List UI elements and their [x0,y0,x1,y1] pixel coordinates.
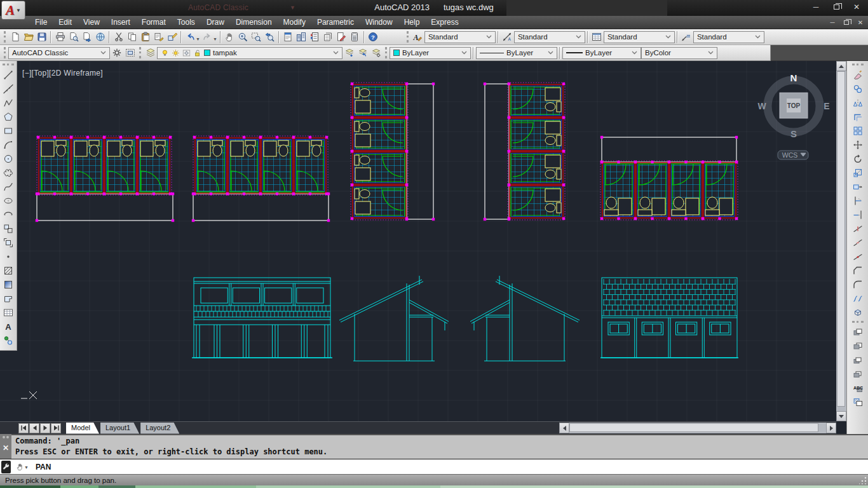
workspace-dropdown[interactable]: AutoCAD Classic [8,47,110,59]
tab-layout1[interactable]: Layout1 [100,423,139,434]
undo-button[interactable] [184,30,197,44]
table-style-dropdown[interactable]: Standard [604,31,675,43]
viewcube[interactable]: NWESTOP [757,72,829,139]
toolbar-grip[interactable] [4,31,6,43]
toolbar-grip[interactable] [852,321,864,323]
menu-draw[interactable]: Draw [201,16,230,29]
move-button[interactable] [851,138,865,152]
workspace-settings-button[interactable] [110,46,123,60]
last-tab-button[interactable] [51,423,61,433]
scroll-down-button[interactable] [836,411,846,421]
mdi-restore-button[interactable] [841,18,851,27]
stretch-button[interactable] [851,180,865,194]
layer-dropdown[interactable]: tampak [157,47,342,59]
multiline-text-button[interactable]: A [1,320,15,334]
insert-block-button[interactable] [1,222,15,236]
menu-dimension[interactable]: Dimension [230,16,278,29]
menu-edit[interactable]: Edit [53,16,78,29]
table-style-button[interactable] [590,30,604,44]
tool-options-caret-icon[interactable]: ▼ [24,465,29,470]
etransmit-button[interactable] [93,30,107,44]
mirror-button[interactable] [851,96,865,110]
dimension-style-button[interactable]: A [501,30,514,44]
layer-states-button[interactable] [369,46,383,60]
multileader-style-button[interactable] [680,30,693,44]
table-button[interactable] [1,306,15,320]
tool-palettes-button[interactable] [308,30,322,44]
pan-button[interactable] [223,30,236,44]
hatch-button[interactable] [1,264,15,278]
save-button[interactable] [35,30,48,44]
mdi-minimize-button[interactable]: ─ [827,18,837,27]
text-style-button[interactable]: A [411,30,424,44]
explode-button[interactable] [851,306,865,320]
toolbar-grip[interactable] [852,64,864,65]
undo-caret-icon[interactable]: ▼ [196,37,200,41]
erase-button[interactable] [851,68,865,82]
first-tab-button[interactable] [18,423,29,433]
scroll-left-button[interactable] [559,423,569,433]
horizontal-scroll-thumb[interactable] [569,423,818,432]
toolbar-grip[interactable] [139,47,141,58]
blend-curves-button[interactable] [851,292,865,306]
text-to-front-button[interactable]: ABC [851,381,865,395]
wcs-menu-button[interactable]: WCS [778,151,808,159]
polygon-button[interactable] [1,110,15,124]
menu-express[interactable]: Express [425,16,464,29]
menu-help[interactable]: Help [398,16,426,29]
designcenter-button[interactable] [295,30,308,44]
restore-button[interactable] [829,2,844,12]
bring-above-objects-button[interactable] [851,353,865,367]
copy-object-button[interactable] [851,82,865,96]
polyline-button[interactable] [1,96,15,110]
redo-button[interactable] [201,30,214,44]
command-window-close-button[interactable]: ✕ [3,444,9,452]
text-style-dropdown[interactable]: Standard [424,31,496,43]
previous-tab-button[interactable] [29,423,39,433]
resize-grip[interactable] [859,477,867,484]
cut-button[interactable] [112,30,125,44]
send-to-back-button[interactable] [851,339,865,353]
paste-button[interactable] [139,30,152,44]
tab-model[interactable]: Model [66,423,99,434]
workspace-save-button[interactable] [123,46,137,60]
dimension-style-dropdown[interactable]: Standard [514,31,585,43]
circle-button[interactable] [1,152,15,166]
lineweight-control-dropdown[interactable]: ByLayer [562,47,641,59]
make-block-button[interactable] [1,236,15,250]
fillet-button[interactable] [851,278,865,292]
block-editor-button[interactable] [165,30,179,44]
menu-view[interactable]: View [78,16,105,29]
plot-button[interactable] [53,30,67,44]
match-properties-button[interactable] [152,30,165,44]
offset-button[interactable] [851,110,865,124]
trim-button[interactable] [851,194,865,208]
layer-properties-button[interactable] [144,46,157,60]
vertical-scroll-thumb[interactable] [837,71,845,407]
menu-tools[interactable]: Tools [172,16,201,29]
revision-cloud-button[interactable] [1,166,15,180]
rotate-button[interactable] [851,152,865,166]
mdi-close-button[interactable]: ✕ [855,18,865,27]
toolbar-grip[interactable] [4,47,6,58]
point-button[interactable] [1,250,15,264]
toolbar-grip[interactable] [385,47,387,58]
close-button[interactable]: ✕ [849,2,864,12]
break-at-point-button[interactable] [851,222,865,236]
publish-button[interactable] [80,30,93,44]
drawing-canvas[interactable]: [−][Top][2D Wireframe] NWESTOPWCS [0,61,836,421]
break-button[interactable] [851,236,865,250]
hatch-to-back-button[interactable] [851,395,865,409]
color-control-dropdown[interactable]: ByLayer [390,47,471,59]
new-file-button[interactable] [8,30,22,44]
array-button[interactable] [851,124,865,138]
linetype-control-dropdown[interactable]: ByLayer [476,47,557,59]
menu-insert[interactable]: Insert [105,16,136,29]
sheetset-manager-button[interactable] [322,30,335,44]
ellipse-button[interactable] [1,194,15,208]
chamfer-button[interactable] [851,264,865,278]
layer-previous-button[interactable] [356,46,369,60]
quickcalc-button[interactable] [348,30,362,44]
plot-style-control-dropdown[interactable]: ByColor [641,47,717,59]
zoom-previous-button[interactable] [263,30,276,44]
